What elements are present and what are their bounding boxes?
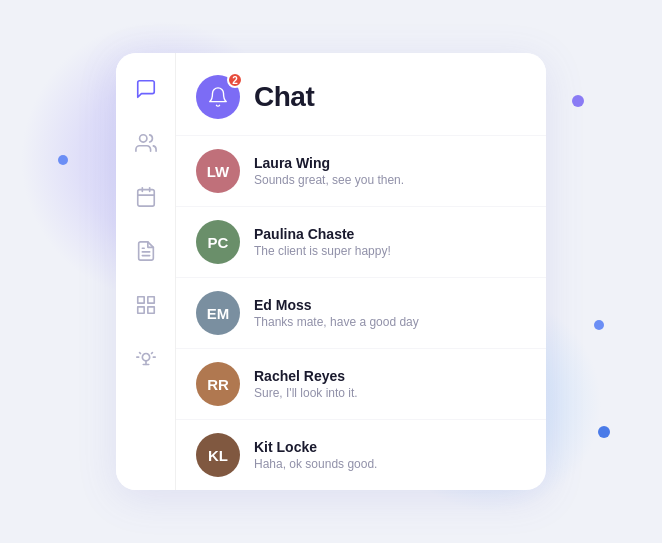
chat-info: Rachel Reyes Sure, I'll look into it. (254, 368, 526, 400)
sidebar-item-ideas[interactable] (130, 343, 162, 375)
chat-name: Ed Moss (254, 297, 526, 313)
svg-rect-8 (147, 297, 153, 303)
chat-item[interactable]: EM Ed Moss Thanks mate, have a good day (176, 278, 546, 349)
page-title: Chat (254, 81, 314, 113)
svg-rect-10 (147, 307, 153, 313)
main-card: 2 Chat LW Laura Wing Sounds great, see y… (116, 53, 546, 490)
chat-name: Rachel Reyes (254, 368, 526, 384)
dot-2 (572, 95, 584, 107)
svg-rect-1 (137, 190, 154, 207)
chat-message: The client is super happy! (254, 244, 526, 258)
svg-line-14 (139, 353, 140, 354)
chat-info: Paulina Chaste The client is super happy… (254, 226, 526, 258)
sidebar-item-documents[interactable] (130, 235, 162, 267)
avatar: RR (196, 362, 240, 406)
sidebar-item-calendar[interactable] (130, 181, 162, 213)
chat-message: Haha, ok sounds good. (254, 457, 526, 471)
chat-name: Kit Locke (254, 439, 526, 455)
sidebar-item-chat[interactable] (130, 73, 162, 105)
sidebar-item-grid[interactable] (130, 289, 162, 321)
svg-line-15 (151, 353, 152, 354)
main-content: 2 Chat LW Laura Wing Sounds great, see y… (176, 53, 546, 490)
sidebar (116, 53, 176, 490)
avatar: LW (196, 149, 240, 193)
chat-item[interactable]: RR Rachel Reyes Sure, I'll look into it. (176, 349, 546, 420)
svg-rect-9 (137, 307, 143, 313)
chat-message: Thanks mate, have a good day (254, 315, 526, 329)
avatar: KL (196, 433, 240, 477)
chat-info: Kit Locke Haha, ok sounds good. (254, 439, 526, 471)
chat-info: Laura Wing Sounds great, see you then. (254, 155, 526, 187)
avatar: PC (196, 220, 240, 264)
chat-message: Sure, I'll look into it. (254, 386, 526, 400)
chat-header: 2 Chat (176, 53, 546, 136)
header-icon-wrap: 2 (196, 75, 240, 119)
chat-name: Paulina Chaste (254, 226, 526, 242)
chat-message: Sounds great, see you then. (254, 173, 526, 187)
avatar: EM (196, 291, 240, 335)
chat-item[interactable]: PC Paulina Chaste The client is super ha… (176, 207, 546, 278)
sidebar-item-contacts[interactable] (130, 127, 162, 159)
dot-3 (594, 320, 604, 330)
chat-item[interactable]: KL Kit Locke Haha, ok sounds good. (176, 420, 546, 490)
svg-point-0 (139, 135, 146, 142)
chat-name: Laura Wing (254, 155, 526, 171)
chat-list: LW Laura Wing Sounds great, see you then… (176, 136, 546, 490)
chat-info: Ed Moss Thanks mate, have a good day (254, 297, 526, 329)
dot-1 (58, 155, 68, 165)
notification-badge: 2 (227, 72, 243, 88)
svg-point-11 (142, 354, 149, 361)
chat-item[interactable]: LW Laura Wing Sounds great, see you then… (176, 136, 546, 207)
svg-rect-7 (137, 297, 143, 303)
dot-4 (598, 426, 610, 438)
